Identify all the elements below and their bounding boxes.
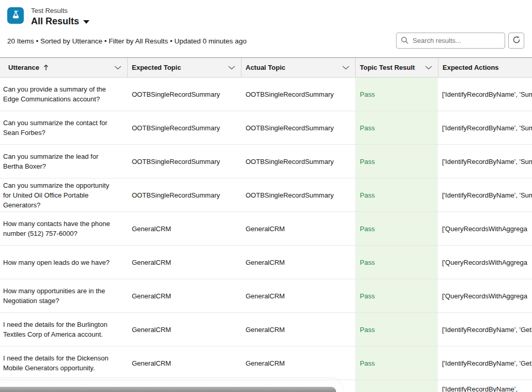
cell-utterance: Can you summarize the contact for Sean F… xyxy=(0,111,127,144)
table-row[interactable]: How many contacts have the phone number … xyxy=(0,212,532,246)
cell-utterance: Can you summarize the lead for Bertha Bo… xyxy=(0,145,127,178)
cell-topic-test-result: Pass xyxy=(355,246,438,279)
cell-actual-topic: GeneralCRM xyxy=(241,346,355,380)
table-row[interactable]: I need the details for the Dickenson Mob… xyxy=(0,346,532,380)
entity-label: Test Results xyxy=(31,7,89,15)
column-header-actual-topic[interactable]: Actual Topic xyxy=(241,58,355,77)
horizontal-scrollbar-thumb[interactable] xyxy=(0,387,336,392)
cell-actual-topic: OOTBSingleRecordSummary xyxy=(241,145,355,178)
result-value: Pass xyxy=(360,123,434,133)
table-row[interactable]: Can you summarize the opportunity for Un… xyxy=(0,178,532,212)
table-row[interactable]: Can you summarize the contact for Sean F… xyxy=(0,111,532,145)
cell-utterance: Can you summarize the opportunity for Un… xyxy=(0,178,127,212)
result-value: Pass xyxy=(360,157,434,167)
cell-utterance: Can you provide a summary of the Edge Co… xyxy=(0,78,127,111)
column-header-topic-test-result[interactable]: Topic Test Result xyxy=(355,58,438,77)
test-results-page: Test Results All Results 20 Items • Sort… xyxy=(0,0,532,392)
cell-actual-topic: GeneralCRM xyxy=(241,212,355,245)
search-box xyxy=(396,33,505,49)
column-header-expected-topic[interactable]: Expected Topic xyxy=(127,58,241,77)
cell-expected-actions: ['IdentifyRecordByName', 'SummarizeRecor… xyxy=(438,78,532,111)
column-menu-chevron-icon[interactable] xyxy=(114,66,121,70)
result-value: Pass xyxy=(360,325,434,335)
refresh-icon xyxy=(512,36,521,46)
column-header-expected-actions[interactable]: Expected Actions xyxy=(438,58,532,77)
table-row[interactable]: Can you summarize the lead for Bertha Bo… xyxy=(0,145,532,178)
cell-utterance: How many opportunities are in the Negoti… xyxy=(0,279,127,312)
cell-utterance: I need the details for the Burlington Te… xyxy=(0,313,127,346)
cell-expected-actions: ['IdentifyRecordByName', xyxy=(438,380,532,392)
refresh-button[interactable] xyxy=(508,33,524,49)
cell-utterance: How many open leads do we have? xyxy=(0,246,127,279)
flask-icon xyxy=(11,10,21,22)
cell-topic-test-result: Pass xyxy=(355,279,438,312)
cell-topic-test-result: Pass xyxy=(355,145,438,178)
cell-topic-test-result: Pass xyxy=(355,178,438,212)
horizontal-scrollbar-track xyxy=(0,378,343,392)
cell-expected-topic: OOTBSingleRecordSummary xyxy=(127,178,241,212)
cell-actual-topic: GeneralCRM xyxy=(241,246,355,279)
chevron-down-icon xyxy=(83,20,89,24)
result-value: Pass xyxy=(360,190,434,200)
table-row[interactable]: Can you provide a summary of the Edge Co… xyxy=(0,78,532,111)
search-input[interactable] xyxy=(396,33,505,49)
results-table: Utterance Expected Topic xyxy=(0,57,532,392)
cell-expected-topic: GeneralCRM xyxy=(127,346,241,380)
table-header-row: Utterance Expected Topic xyxy=(0,58,532,78)
page-title-block: Test Results All Results xyxy=(31,7,89,27)
result-value: Pass xyxy=(360,89,434,99)
cell-expected-topic: GeneralCRM xyxy=(127,313,241,346)
cell-actual-topic: GeneralCRM xyxy=(241,313,355,346)
list-summary: 20 Items • Sorted by Utterance • Filter … xyxy=(7,37,247,45)
result-value: Pass xyxy=(360,358,434,368)
cell-topic-test-result: Pass xyxy=(355,313,438,346)
cell-topic-test-result: Pass xyxy=(355,78,438,111)
cell-topic-test-result xyxy=(355,380,438,392)
cell-expected-topic: GeneralCRM xyxy=(127,212,241,245)
cell-expected-topic: GeneralCRM xyxy=(127,246,241,279)
cell-utterance: How many contacts have the phone number … xyxy=(0,212,127,245)
list-view-name: All Results xyxy=(31,16,79,27)
result-value: Pass xyxy=(360,291,434,301)
list-view-selector[interactable]: All Results xyxy=(31,16,89,27)
column-menu-chevron-icon[interactable] xyxy=(342,66,349,70)
cell-actual-topic: GeneralCRM xyxy=(241,279,355,312)
cell-expected-topic: GeneralCRM xyxy=(127,279,241,312)
column-header-utterance[interactable]: Utterance xyxy=(0,58,127,77)
cell-utterance: I need the details for the Dickenson Mob… xyxy=(0,346,127,380)
cell-topic-test-result: Pass xyxy=(355,212,438,245)
table-row[interactable]: I need the details for the Burlington Te… xyxy=(0,313,532,346)
column-menu-chevron-icon[interactable] xyxy=(228,66,235,70)
sort-ascending-icon xyxy=(43,64,49,71)
table-body: Can you provide a summary of the Edge Co… xyxy=(0,78,532,392)
cell-expected-actions: ['QueryRecordsWithAggrega xyxy=(438,279,532,312)
cell-expected-actions: ['QueryRecordsWithAggrega xyxy=(438,246,532,279)
table-row[interactable]: How many open leads do we have? GeneralC… xyxy=(0,246,532,279)
table-row[interactable]: How many opportunities are in the Negoti… xyxy=(0,279,532,313)
cell-expected-actions: ['IdentifyRecordByName', 'GetRecordDetai… xyxy=(438,346,532,380)
cell-expected-topic: OOTBSingleRecordSummary xyxy=(127,145,241,178)
search-icon xyxy=(401,36,409,47)
column-menu-chevron-icon[interactable] xyxy=(425,66,432,70)
cell-actual-topic: OOTBSingleRecordSummary xyxy=(241,111,355,144)
result-value: Pass xyxy=(360,224,434,234)
cell-expected-actions: ['IdentifyRecordByName', 'GetRecordDetai… xyxy=(438,313,532,346)
cell-expected-topic: OOTBSingleRecordSummary xyxy=(127,111,241,144)
test-results-object-icon xyxy=(7,7,24,24)
cell-expected-actions: ['IdentifyRecordByName', 'SummarizeRecor… xyxy=(438,145,532,178)
cell-actual-topic: OOTBSingleRecordSummary xyxy=(241,178,355,212)
cell-topic-test-result: Pass xyxy=(355,111,438,144)
cell-topic-test-result: Pass xyxy=(355,346,438,380)
cell-actual-topic: OOTBSingleRecordSummary xyxy=(241,78,355,111)
cell-expected-topic: OOTBSingleRecordSummary xyxy=(127,78,241,111)
cell-expected-actions: ['IdentifyRecordByName', 'SummarizeRecor… xyxy=(438,178,532,212)
cell-expected-actions: ['QueryRecordsWithAggrega xyxy=(438,212,532,245)
cell-expected-actions: ['IdentifyRecordByName', 'SummarizeRecor… xyxy=(438,111,532,144)
result-value: Pass xyxy=(360,258,434,267)
